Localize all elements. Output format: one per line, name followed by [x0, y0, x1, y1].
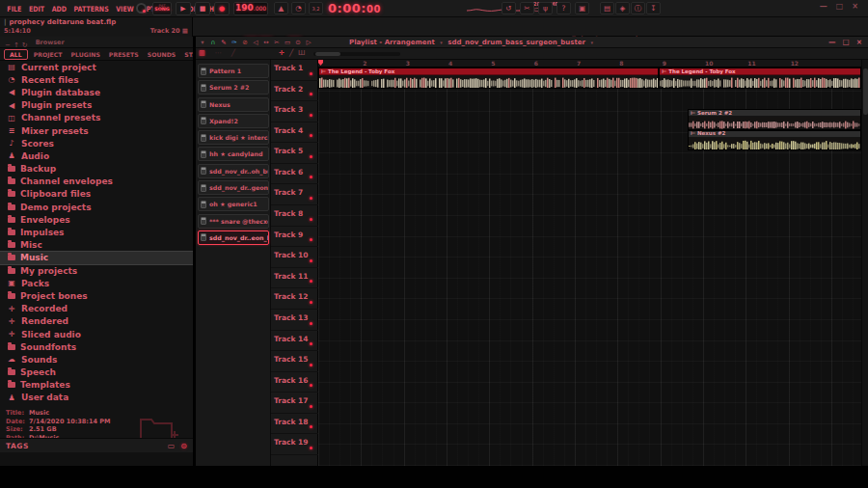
track-led[interactable] [310, 238, 312, 241]
metronome-icon[interactable]: ▲ [274, 2, 288, 14]
playlist-title-text[interactable]: Playlist - Arrangement [349, 39, 435, 46]
browser-item-scores[interactable]: ♪Scores [0, 137, 193, 149]
track-led[interactable] [310, 447, 312, 449]
track-led[interactable] [310, 176, 312, 178]
track-header[interactable]: Track 15 [271, 351, 318, 372]
browser-item-channel-presets[interactable]: ◫Channel presets [0, 112, 193, 124]
undo-icon[interactable]: ↺ [502, 2, 516, 14]
refresh-icon[interactable]: ↻ [22, 41, 28, 49]
select-icon[interactable]: ▭ [284, 39, 291, 46]
audio-clip[interactable]: ⊢ Nexus #2 [688, 130, 861, 151]
vertical-scrollbar[interactable] [861, 60, 868, 466]
download-icon[interactable]: ↧ [646, 2, 661, 14]
menu-view[interactable]: VIEW [113, 5, 137, 14]
browser-item-user-data[interactable]: ♟User data [0, 392, 193, 404]
browser-item-speech[interactable]: Speech [0, 366, 193, 379]
menu-patterns[interactable]: PATTERNS [70, 5, 112, 14]
audio-clip[interactable]: ⊢ Serum 2 #2 [688, 109, 861, 130]
snap-magnet-icon[interactable]: ∩ [209, 39, 217, 46]
track-header[interactable]: Track 1 [271, 60, 318, 81]
record-button[interactable]: ● [214, 2, 230, 15]
main-volume-knob[interactable] [136, 3, 147, 14]
play-button[interactable]: ▶ [176, 2, 191, 15]
picker-menu-icon[interactable]: ⋯ [215, 49, 222, 57]
track-header[interactable]: Track 6 [271, 164, 318, 185]
pattern-item[interactable]: Nexus [198, 97, 269, 112]
track-header[interactable]: Track 18 [271, 414, 318, 435]
track-led[interactable] [310, 405, 312, 408]
browser-item-current-project[interactable]: ▤Current project [0, 61, 193, 73]
track-led[interactable] [310, 72, 312, 75]
audio-clip[interactable]: ⊢ The Legend - Toby Fox [318, 68, 659, 89]
pattern-item[interactable]: sdd_nov_dr..oh_bubble [198, 164, 269, 178]
browser-item-recorded[interactable]: ✛Recorded [0, 303, 193, 315]
track-led[interactable] [310, 134, 312, 137]
browser-item-plugin-database[interactable]: ◀Plugin database [0, 86, 193, 98]
arrangement-name[interactable]: sdd_nov_drum_bass_surgeon_buster [448, 39, 585, 46]
track-led[interactable] [310, 384, 312, 387]
tempo-display[interactable]: 190.000 [233, 2, 268, 15]
playlist-grid-rows[interactable]: ⊢ The Legend - Toby Fox⊢ The Legend - To… [318, 68, 861, 466]
close-icon[interactable]: × [852, 2, 858, 11]
browser-item-impulses[interactable]: Impulses [0, 226, 193, 238]
cut-icon[interactable]: ✂ [520, 2, 534, 14]
pattern-item[interactable]: *** snare @thecxdy [198, 214, 269, 229]
minimize-icon[interactable]: — [828, 38, 836, 46]
browser-item-envelopes[interactable]: Envelopes [0, 213, 193, 226]
browser-item-packs[interactable]: ▣Packs [0, 277, 193, 289]
countdown-icon[interactable]: 3,2 [309, 2, 323, 14]
track-led[interactable] [310, 342, 312, 345]
track-header[interactable]: Track 17 [271, 393, 318, 414]
pattern-item[interactable]: Pattern 1 [198, 64, 269, 78]
playhead-marker[interactable] [318, 60, 323, 66]
close-icon[interactable]: × [856, 38, 862, 46]
maximize-icon[interactable]: □ [836, 2, 844, 11]
playlist-grid[interactable]: 23456789101112 ⊢ The Legend - Toby Fox⊢ … [318, 60, 861, 466]
pattern-item[interactable]: kick digi ★ intercity [198, 130, 269, 145]
track-led[interactable] [310, 301, 312, 304]
browser-item-recent-files[interactable]: ◔Recent files [0, 73, 193, 86]
track-header[interactable]: Track 10 [271, 247, 318, 268]
pattern-item[interactable]: Xpand!2 [198, 114, 269, 128]
browser-item-rendered[interactable]: ✛Rendered [0, 315, 193, 328]
audio-clip[interactable]: ⊢ The Legend - Toby Fox [659, 68, 861, 89]
track-led[interactable] [310, 155, 312, 158]
pencil-small-icon[interactable]: ╱ [289, 49, 293, 57]
track-header[interactable]: Track 16 [271, 372, 318, 393]
scrollbar-handle[interactable] [863, 68, 868, 115]
browser-item-music[interactable]: Music [0, 252, 193, 264]
track-header[interactable]: Track 5 [271, 143, 318, 164]
pattern-item[interactable]: sdd_nov_dr..geon_tight [198, 180, 269, 195]
folder-icon[interactable]: ▭ [168, 442, 176, 450]
track-header[interactable]: Track 9 [271, 227, 318, 248]
pattern-item[interactable]: Serum 2 #2 [198, 80, 269, 95]
browser-item-sliced-audio[interactable]: ✛Sliced audio [0, 328, 193, 340]
browser-item-clipboard-files[interactable]: Clipboard files [0, 188, 193, 201]
patterns-mode-icon[interactable]: Ш [298, 49, 306, 57]
track-led[interactable] [310, 425, 312, 428]
track-header[interactable]: Track 3 [271, 101, 318, 122]
stop-button[interactable]: ■ [195, 2, 210, 15]
menu-file[interactable]: FILE [4, 5, 25, 14]
draw-pencil-icon[interactable]: ✎ [220, 39, 228, 46]
maximize-icon[interactable]: □ [843, 38, 850, 46]
track-led[interactable] [310, 114, 312, 117]
zoom-slider-handle[interactable] [315, 52, 340, 56]
playlist-zoom-slider[interactable] [313, 52, 400, 56]
tab-project[interactable]: PROJECT [31, 50, 66, 59]
track-led[interactable] [310, 322, 312, 325]
browser-item-misc[interactable]: Misc [0, 239, 193, 252]
track-led[interactable] [310, 218, 312, 221]
help-icon[interactable]: ? [556, 2, 571, 14]
pattern-item[interactable]: sdd_nov_dr..eon_buster [198, 230, 269, 245]
track-header[interactable]: Track 19 [271, 434, 318, 455]
browser-item-audio[interactable]: ♟Audio [0, 149, 193, 162]
browser-item-channel-envelopes[interactable]: Channel envelopes [0, 176, 193, 188]
slip-icon[interactable]: ↔ [262, 39, 270, 46]
browser-item-mixer-presets[interactable]: ≡Mixer presets [0, 124, 193, 137]
track-led[interactable] [310, 259, 312, 262]
menu-add[interactable]: ADD [48, 5, 69, 14]
pattern-item[interactable]: hh ★ candyland [198, 147, 269, 161]
menu-arrow-icon[interactable]: ▾ [199, 39, 206, 46]
minimize-icon[interactable]: — [820, 2, 827, 11]
